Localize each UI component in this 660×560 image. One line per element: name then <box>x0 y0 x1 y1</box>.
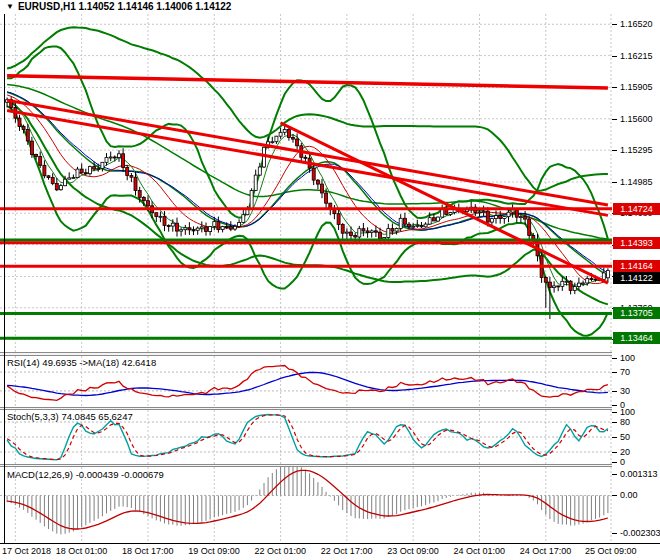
candlestick <box>88 167 91 174</box>
candlestick <box>304 157 307 158</box>
candlestick <box>333 210 336 214</box>
candlestick <box>51 178 54 184</box>
candlestick <box>147 201 150 206</box>
candlestick <box>258 167 261 175</box>
candlestick <box>229 227 232 230</box>
candlestick <box>565 281 568 282</box>
candlestick <box>97 169 100 170</box>
candlestick <box>345 232 348 233</box>
indicator-tick-label: 20 <box>620 447 630 457</box>
candlestick <box>379 232 382 239</box>
indicator-tick-label: 100 <box>620 407 635 417</box>
bollinger-lower <box>7 100 608 304</box>
candlestick <box>134 177 137 190</box>
symbol-ohlc-title: EURUSD,H1 1.14052 1.14146 1.14006 1.1412… <box>18 1 232 12</box>
candlestick <box>395 229 398 232</box>
candlestick <box>271 142 274 143</box>
candlestick <box>602 273 605 280</box>
candlestick <box>408 224 411 227</box>
candlestick <box>155 213 158 217</box>
candlestick <box>283 130 286 133</box>
candlestick <box>163 216 166 225</box>
candlestick <box>93 167 96 170</box>
candlestick <box>221 227 224 230</box>
time-axis-label: 24 Oct 17:00 <box>520 546 572 556</box>
price-badge: 1.13705 <box>613 307 660 319</box>
candlestick <box>403 218 406 224</box>
time-axis-label: 18 Oct 17:00 <box>122 546 174 556</box>
candlestick <box>553 286 556 288</box>
indicator-tick-mark <box>612 462 617 463</box>
candlestick <box>495 216 498 219</box>
candlestick <box>370 231 373 233</box>
trendline <box>7 111 608 216</box>
price-tick-label: 1.15905 <box>620 82 653 92</box>
candlestick <box>490 219 493 223</box>
candlestick <box>184 228 187 230</box>
candlestick <box>209 227 212 232</box>
indicator-tick-label: 0.001313 <box>620 469 658 479</box>
candlestick <box>482 211 485 212</box>
candlestick <box>337 214 340 225</box>
candlestick <box>80 169 83 173</box>
candlestick <box>64 179 67 186</box>
candlestick <box>354 235 357 237</box>
candlestick <box>374 231 377 232</box>
candlestick <box>412 226 415 227</box>
price-tick-label: 1.14985 <box>620 177 653 187</box>
time-axis-label: 18 Oct 01:00 <box>56 546 108 556</box>
indicator-tick-label: 30 <box>620 386 630 396</box>
chart-dropdown-icon[interactable]: ▼ <box>6 2 14 11</box>
candlestick <box>167 226 170 227</box>
indicator-tick-label: 100 <box>620 353 635 363</box>
time-axis-label: 17 Oct 2018 <box>2 546 51 556</box>
candlestick <box>316 180 319 184</box>
candlestick <box>424 224 427 227</box>
candlestick <box>358 229 361 237</box>
candlestick <box>254 175 257 190</box>
candlestick <box>138 191 141 198</box>
indicator-tick-mark <box>612 358 617 359</box>
candlestick <box>416 225 419 226</box>
candlestick <box>606 271 609 278</box>
price-badge: 1.14393 <box>613 237 660 249</box>
candlestick <box>205 227 208 232</box>
candlestick <box>22 127 25 130</box>
candlestick <box>47 176 50 178</box>
candlestick <box>188 228 191 230</box>
candlestick <box>279 132 282 136</box>
candlestick <box>242 215 245 223</box>
indicator-tick-mark <box>612 422 617 423</box>
trendline <box>7 76 608 88</box>
time-axis-label: 19 Oct 09:00 <box>188 546 240 556</box>
candlestick <box>250 190 253 209</box>
candlestick <box>126 168 129 176</box>
rsi-label: RSI(14) 49.6935 ->MA(18) 42.6418 <box>7 357 156 368</box>
indicator-tick-mark <box>612 452 617 453</box>
bollinger-lower <box>7 106 608 336</box>
main-price-chart[interactable] <box>0 14 612 352</box>
candlestick <box>524 217 527 220</box>
candlestick <box>548 282 551 287</box>
price-tick-mark <box>612 150 617 151</box>
candlestick <box>561 281 564 286</box>
candlestick <box>503 217 506 219</box>
indicator-tick-label: 80 <box>620 417 630 427</box>
candlestick <box>130 176 133 178</box>
candlestick <box>200 227 203 228</box>
price-tick-mark <box>612 182 617 183</box>
candlestick <box>325 193 328 203</box>
candlestick <box>105 158 108 163</box>
indicator-tick-mark <box>612 372 617 373</box>
candlestick <box>569 281 572 290</box>
candlestick <box>507 212 510 217</box>
time-axis-label: 25 Oct 09:00 <box>585 546 637 556</box>
candlestick <box>43 165 46 176</box>
price-badge: 1.14122 <box>613 272 660 284</box>
candlestick <box>287 130 290 138</box>
candlestick <box>577 283 580 287</box>
time-axis-label: 23 Oct 09:00 <box>387 546 439 556</box>
indicator-tick-label: 0.00 <box>620 490 638 500</box>
candlestick <box>59 186 62 190</box>
candlestick <box>515 210 518 217</box>
